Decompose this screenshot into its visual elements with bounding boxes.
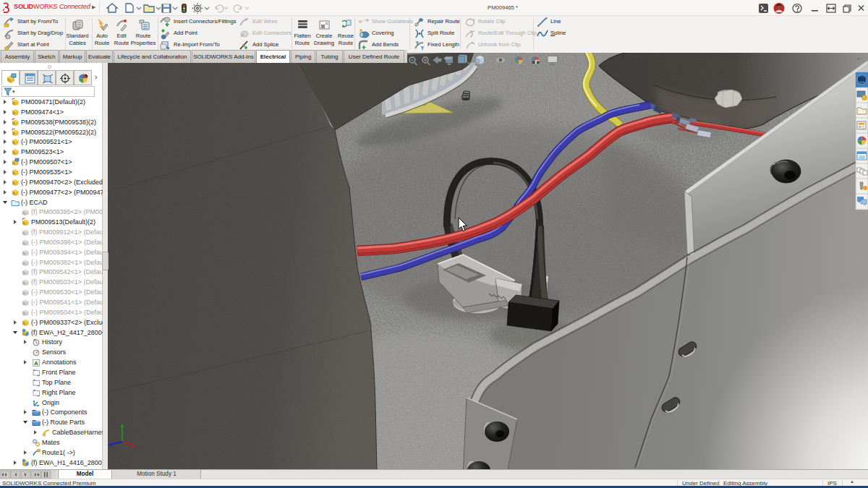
svg-text:A: A (34, 360, 38, 367)
